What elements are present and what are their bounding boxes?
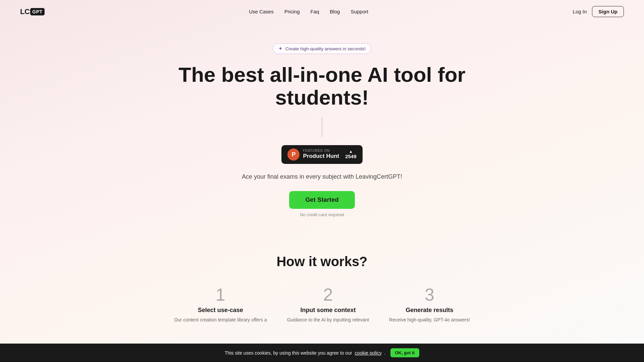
- nav-faq[interactable]: Faq: [311, 9, 319, 14]
- get-started-button[interactable]: Get Started: [289, 191, 355, 209]
- product-hunt-vote-count: 2549: [345, 154, 356, 160]
- how-it-works-title: How it works?: [20, 254, 624, 269]
- step-3-description: Receive high-quality, GPT-4o answers!: [389, 316, 470, 323]
- cookie-accept-button[interactable]: OK, got it: [390, 348, 420, 357]
- nav-use-cases[interactable]: Use Cases: [249, 9, 273, 14]
- step-2-title: Input some context: [300, 307, 356, 314]
- step-1-number: 1: [216, 286, 225, 303]
- badge-icon: ✦: [278, 46, 283, 52]
- step-1-description: Our content creation template library of…: [174, 316, 267, 323]
- navbar: LC GPT Use Cases Pricing Faq Blog Suppor…: [0, 0, 644, 23]
- hero-badge[interactable]: ✦ Create high-quality answers in seconds…: [273, 43, 371, 54]
- step-1-title: Select use-case: [198, 307, 243, 314]
- logo[interactable]: LC GPT: [20, 7, 45, 16]
- step-2-description: Guidance to the AI by inputting relevant: [287, 316, 369, 323]
- step-1: 1 Select use-case Our content creation t…: [174, 286, 267, 323]
- cookie-banner: This site uses cookies, by using this we…: [0, 344, 644, 362]
- hero-subtitle: Ace your final exams in every subject wi…: [242, 173, 402, 180]
- divider: [322, 117, 322, 137]
- cookie-text: This site uses cookies, by using this we…: [225, 350, 352, 356]
- product-hunt-votes: ▲ 2549: [345, 149, 356, 160]
- product-hunt-text: FEATURED ON Product Hunt: [303, 149, 339, 160]
- no-credit-card-note: No credit card required: [300, 212, 344, 217]
- badge-text: Create high-quality answers in seconds!: [285, 46, 366, 51]
- hero-section: ✦ Create high-quality answers in seconds…: [0, 23, 644, 231]
- hero-title: The best all-in-one AI tool for students…: [171, 63, 473, 109]
- nav-blog[interactable]: Blog: [330, 9, 340, 14]
- product-hunt-badge[interactable]: P FEATURED ON Product Hunt ▲ 2549: [281, 145, 362, 164]
- step-3-title: Generate results: [406, 307, 453, 314]
- product-hunt-name: Product Hunt: [303, 153, 339, 160]
- product-hunt-icon: P: [287, 148, 300, 161]
- nav-pricing[interactable]: Pricing: [284, 9, 300, 14]
- how-it-works-section: How it works? 1 Select use-case Our cont…: [0, 231, 644, 337]
- nav-auth: Log In Sign Up: [573, 6, 624, 17]
- signup-button[interactable]: Sign Up: [592, 6, 624, 17]
- step-2-number: 2: [323, 286, 333, 303]
- upvote-arrow-icon: ▲: [349, 149, 353, 154]
- cookie-policy-link[interactable]: cookie policy: [355, 350, 382, 356]
- logo-gpt: GPT: [30, 8, 44, 15]
- step-2: 2 Input some context Guidance to the AI …: [287, 286, 369, 323]
- product-hunt-featured-label: FEATURED ON: [303, 149, 330, 153]
- steps-container: 1 Select use-case Our content creation t…: [20, 286, 624, 323]
- step-3-number: 3: [425, 286, 434, 303]
- step-3: 3 Generate results Receive high-quality,…: [389, 286, 470, 323]
- login-button[interactable]: Log In: [573, 9, 587, 14]
- logo-lc: LC: [20, 7, 30, 16]
- nav-support[interactable]: Support: [351, 9, 368, 14]
- nav-links: Use Cases Pricing Faq Blog Support: [249, 9, 368, 15]
